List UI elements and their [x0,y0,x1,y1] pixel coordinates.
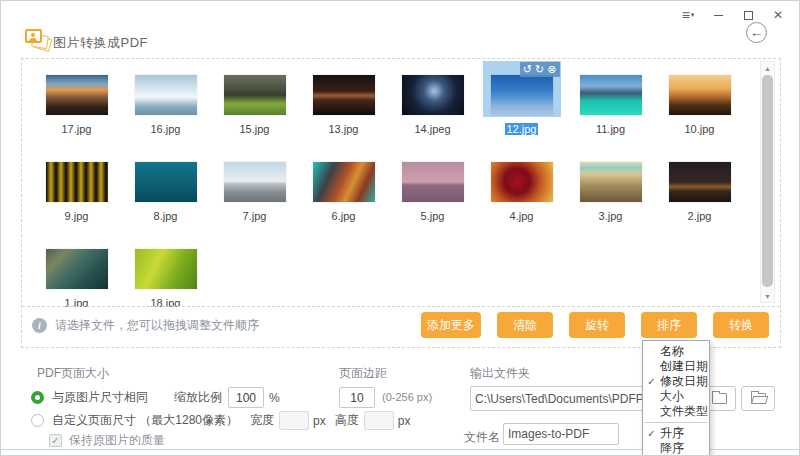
file-thumbnail[interactable] [669,162,731,202]
thumbnail-area[interactable] [394,61,472,117]
file-item[interactable]: 3.jpg [566,148,655,235]
file-thumbnail[interactable] [580,75,642,115]
add-more-button[interactable]: 添加更多 [421,312,481,338]
file-item[interactable]: 9.jpg [32,148,121,235]
thumbnail-area[interactable] [38,235,116,291]
file-name: 9.jpg [63,210,91,222]
file-thumbnail[interactable] [224,75,286,115]
minimize-button[interactable] [703,5,733,25]
file-name: 17.jpg [60,123,94,135]
thumbnail-area[interactable]: ↺↻⊗ [483,61,561,117]
file-name: 6.jpg [330,210,358,222]
thumbnail-area[interactable] [38,148,116,204]
file-item[interactable]: 18.jpg [121,235,210,307]
output-folder-label: 输出文件夹 [470,365,530,382]
sort-menu-item[interactable]: ✓修改日期 [643,374,709,389]
thumbnail-area[interactable] [127,61,205,117]
width-input [279,411,309,430]
selection-toolbar: ↺↻⊗ [520,62,560,77]
filename-input[interactable] [503,423,619,445]
scroll-up-arrow[interactable]: ▲ [761,62,774,74]
margin-input[interactable] [339,387,375,408]
file-thumbnail[interactable] [46,249,108,289]
file-item[interactable]: 15.jpg [210,61,299,148]
file-thumbnail[interactable] [46,75,108,115]
same-size-radio[interactable] [31,391,44,404]
file-thumbnail[interactable] [313,162,375,202]
menu-separator [644,422,708,423]
hamburger-icon: ≡ [682,8,690,22]
rotate-button[interactable]: 旋转 [569,312,625,338]
file-item[interactable]: 7.jpg [210,148,299,235]
file-item[interactable]: 11.jpg [566,61,655,148]
file-item[interactable]: 17.jpg [32,61,121,148]
app-menu-button[interactable]: ≡ ▾ [673,5,703,25]
convert-button[interactable]: 转换 [713,312,769,338]
file-item[interactable]: ↺↻⊗12.jpg [477,61,566,148]
thumbnail-area[interactable] [305,148,383,204]
file-item[interactable]: 8.jpg [121,148,210,235]
file-item[interactable]: 5.jpg [388,148,477,235]
file-thumbnail[interactable] [313,75,375,115]
scroll-down-arrow[interactable]: ▼ [761,290,774,302]
thumbnail-area[interactable] [572,148,650,204]
thumbnail-area[interactable] [127,148,205,204]
minimize-icon [714,15,723,16]
file-item[interactable]: 13.jpg [299,61,388,148]
checkmark-icon: ✓ [643,428,660,439]
file-thumbnail[interactable] [135,249,197,289]
close-button[interactable]: ✕ [763,5,793,25]
sort-menu-item[interactable]: 大小 [643,389,709,404]
thumbnail-area[interactable] [661,148,739,204]
sort-menu-item[interactable]: 名称 [643,344,709,359]
thumbnail-area[interactable] [572,61,650,117]
file-thumbnail[interactable] [135,162,197,202]
vertical-scrollbar[interactable]: ▲ ▼ [760,61,775,303]
thumbnail-area[interactable] [661,61,739,117]
scrollbar-thumb[interactable] [762,75,773,287]
file-thumbnail[interactable] [669,75,731,115]
thumbnail-area[interactable] [394,148,472,204]
file-name: 15.jpg [238,123,272,135]
scale-input[interactable] [228,387,264,408]
file-thumbnail[interactable] [402,162,464,202]
file-thumbnail[interactable] [46,162,108,202]
file-item[interactable]: 1.jpg [32,235,121,307]
width-label: 宽度 [250,412,274,429]
file-thumbnail[interactable] [135,75,197,115]
file-item[interactable]: 10.jpg [655,61,744,148]
sort-menu-item[interactable]: 降序 [643,441,709,456]
file-thumbnail[interactable] [491,162,553,202]
file-thumbnail[interactable] [491,75,553,115]
file-name: 7.jpg [241,210,269,222]
thumbnail-area[interactable] [216,148,294,204]
file-name: 5.jpg [419,210,447,222]
custom-size-radio[interactable] [31,414,44,427]
file-item[interactable]: 14.jpeg [388,61,477,148]
back-button[interactable]: ← [746,22,767,43]
file-thumbnail[interactable] [224,162,286,202]
thumbnail-area[interactable] [483,148,561,204]
file-item[interactable]: 2.jpg [655,148,744,235]
open-folder-button[interactable] [741,386,775,411]
thumbnail-area[interactable] [305,61,383,117]
remove-file-button[interactable]: ⊗ [547,62,556,77]
thumbnail-area[interactable] [38,61,116,117]
thumbnail-area[interactable] [216,61,294,117]
clear-button[interactable]: 清除 [497,312,553,338]
thumbnail-area[interactable] [127,235,205,291]
height-input [364,411,394,430]
file-name: 14.jpeg [412,123,452,135]
sort-menu-item[interactable]: ✓升序 [643,426,709,441]
file-item[interactable]: 6.jpg [299,148,388,235]
file-thumbnail[interactable] [402,75,464,115]
px-unit: px [313,414,326,428]
file-item[interactable]: 16.jpg [121,61,210,148]
sort-button[interactable]: 排序 [641,312,697,338]
sort-menu-item[interactable]: 文件类型 [643,404,709,419]
rotate-right-button[interactable]: ↻ [535,62,544,77]
file-thumbnail[interactable] [580,162,642,202]
sort-menu-item[interactable]: 创建日期 [643,359,709,374]
rotate-left-button[interactable]: ↺ [523,62,532,77]
file-item[interactable]: 4.jpg [477,148,566,235]
